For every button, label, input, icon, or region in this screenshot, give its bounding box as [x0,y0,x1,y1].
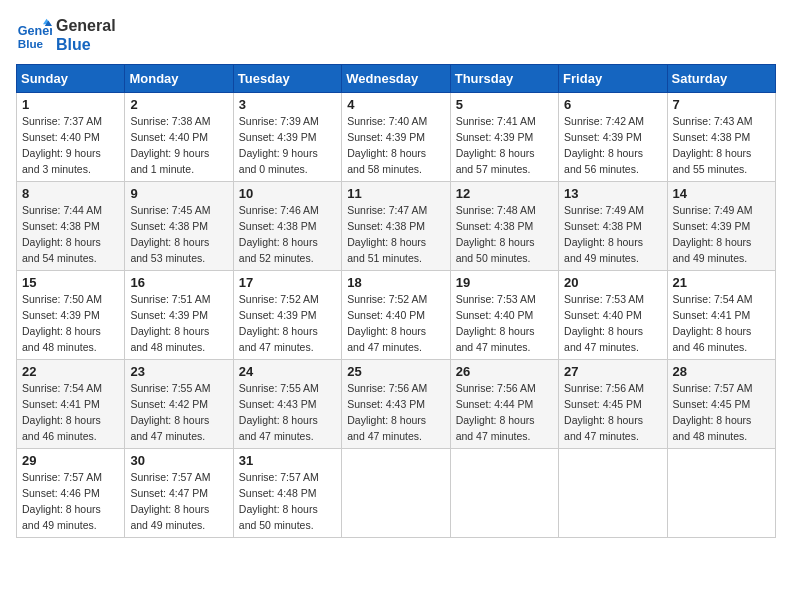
day-info: Sunrise: 7:57 AMSunset: 4:45 PMDaylight:… [673,382,753,441]
day-info: Sunrise: 7:53 AMSunset: 4:40 PMDaylight:… [456,293,536,352]
calendar-cell: 21 Sunrise: 7:54 AMSunset: 4:41 PMDaylig… [667,271,775,360]
calendar-cell: 14 Sunrise: 7:49 AMSunset: 4:39 PMDaylig… [667,182,775,271]
calendar-cell: 24 Sunrise: 7:55 AMSunset: 4:43 PMDaylig… [233,360,341,449]
day-number: 26 [456,364,553,379]
day-info: Sunrise: 7:49 AMSunset: 4:39 PMDaylight:… [673,204,753,263]
day-info: Sunrise: 7:54 AMSunset: 4:41 PMDaylight:… [673,293,753,352]
day-number: 27 [564,364,661,379]
day-info: Sunrise: 7:55 AMSunset: 4:43 PMDaylight:… [239,382,319,441]
calendar-cell: 3 Sunrise: 7:39 AMSunset: 4:39 PMDayligh… [233,93,341,182]
day-number: 12 [456,186,553,201]
calendar-cell: 9 Sunrise: 7:45 AMSunset: 4:38 PMDayligh… [125,182,233,271]
day-info: Sunrise: 7:37 AMSunset: 4:40 PMDaylight:… [22,115,102,174]
day-number: 16 [130,275,227,290]
calendar-cell [342,449,450,538]
day-info: Sunrise: 7:57 AMSunset: 4:47 PMDaylight:… [130,471,210,530]
calendar-cell: 2 Sunrise: 7:38 AMSunset: 4:40 PMDayligh… [125,93,233,182]
calendar-cell: 17 Sunrise: 7:52 AMSunset: 4:39 PMDaylig… [233,271,341,360]
calendar-cell: 7 Sunrise: 7:43 AMSunset: 4:38 PMDayligh… [667,93,775,182]
page-header: General Blue General Blue [16,16,776,54]
day-number: 7 [673,97,770,112]
day-number: 10 [239,186,336,201]
logo-general: General [56,16,116,35]
day-info: Sunrise: 7:57 AMSunset: 4:46 PMDaylight:… [22,471,102,530]
logo-blue: Blue [56,35,116,54]
day-info: Sunrise: 7:52 AMSunset: 4:39 PMDaylight:… [239,293,319,352]
weekday-header-monday: Monday [125,65,233,93]
calendar-cell: 22 Sunrise: 7:54 AMSunset: 4:41 PMDaylig… [17,360,125,449]
calendar-cell: 12 Sunrise: 7:48 AMSunset: 4:38 PMDaylig… [450,182,558,271]
day-number: 5 [456,97,553,112]
weekday-header-sunday: Sunday [17,65,125,93]
day-number: 20 [564,275,661,290]
day-number: 1 [22,97,119,112]
day-info: Sunrise: 7:56 AMSunset: 4:44 PMDaylight:… [456,382,536,441]
calendar-cell: 25 Sunrise: 7:56 AMSunset: 4:43 PMDaylig… [342,360,450,449]
calendar-cell: 18 Sunrise: 7:52 AMSunset: 4:40 PMDaylig… [342,271,450,360]
calendar-cell: 19 Sunrise: 7:53 AMSunset: 4:40 PMDaylig… [450,271,558,360]
calendar-cell: 16 Sunrise: 7:51 AMSunset: 4:39 PMDaylig… [125,271,233,360]
day-info: Sunrise: 7:50 AMSunset: 4:39 PMDaylight:… [22,293,102,352]
svg-text:Blue: Blue [18,37,44,50]
day-info: Sunrise: 7:41 AMSunset: 4:39 PMDaylight:… [456,115,536,174]
day-number: 15 [22,275,119,290]
calendar-cell: 27 Sunrise: 7:56 AMSunset: 4:45 PMDaylig… [559,360,667,449]
day-info: Sunrise: 7:57 AMSunset: 4:48 PMDaylight:… [239,471,319,530]
calendar-cell: 30 Sunrise: 7:57 AMSunset: 4:47 PMDaylig… [125,449,233,538]
calendar-cell: 5 Sunrise: 7:41 AMSunset: 4:39 PMDayligh… [450,93,558,182]
day-info: Sunrise: 7:48 AMSunset: 4:38 PMDaylight:… [456,204,536,263]
day-number: 8 [22,186,119,201]
day-number: 31 [239,453,336,468]
logo: General Blue General Blue [16,16,116,54]
day-number: 23 [130,364,227,379]
day-info: Sunrise: 7:55 AMSunset: 4:42 PMDaylight:… [130,382,210,441]
day-number: 13 [564,186,661,201]
day-info: Sunrise: 7:44 AMSunset: 4:38 PMDaylight:… [22,204,102,263]
day-info: Sunrise: 7:56 AMSunset: 4:45 PMDaylight:… [564,382,644,441]
calendar-cell [667,449,775,538]
calendar-cell: 11 Sunrise: 7:47 AMSunset: 4:38 PMDaylig… [342,182,450,271]
day-number: 18 [347,275,444,290]
calendar-cell: 28 Sunrise: 7:57 AMSunset: 4:45 PMDaylig… [667,360,775,449]
day-number: 2 [130,97,227,112]
day-info: Sunrise: 7:56 AMSunset: 4:43 PMDaylight:… [347,382,427,441]
calendar-cell: 23 Sunrise: 7:55 AMSunset: 4:42 PMDaylig… [125,360,233,449]
day-info: Sunrise: 7:40 AMSunset: 4:39 PMDaylight:… [347,115,427,174]
day-info: Sunrise: 7:38 AMSunset: 4:40 PMDaylight:… [130,115,210,174]
calendar-cell: 26 Sunrise: 7:56 AMSunset: 4:44 PMDaylig… [450,360,558,449]
day-info: Sunrise: 7:49 AMSunset: 4:38 PMDaylight:… [564,204,644,263]
calendar-cell: 29 Sunrise: 7:57 AMSunset: 4:46 PMDaylig… [17,449,125,538]
weekday-header-saturday: Saturday [667,65,775,93]
weekday-header-friday: Friday [559,65,667,93]
day-number: 22 [22,364,119,379]
day-info: Sunrise: 7:47 AMSunset: 4:38 PMDaylight:… [347,204,427,263]
calendar-cell: 31 Sunrise: 7:57 AMSunset: 4:48 PMDaylig… [233,449,341,538]
calendar-cell: 20 Sunrise: 7:53 AMSunset: 4:40 PMDaylig… [559,271,667,360]
weekday-header-wednesday: Wednesday [342,65,450,93]
day-info: Sunrise: 7:42 AMSunset: 4:39 PMDaylight:… [564,115,644,174]
day-info: Sunrise: 7:52 AMSunset: 4:40 PMDaylight:… [347,293,427,352]
day-info: Sunrise: 7:51 AMSunset: 4:39 PMDaylight:… [130,293,210,352]
logo-icon: General Blue [16,17,52,53]
calendar-cell: 15 Sunrise: 7:50 AMSunset: 4:39 PMDaylig… [17,271,125,360]
day-number: 28 [673,364,770,379]
day-info: Sunrise: 7:53 AMSunset: 4:40 PMDaylight:… [564,293,644,352]
calendar-table: SundayMondayTuesdayWednesdayThursdayFrid… [16,64,776,538]
calendar-cell: 8 Sunrise: 7:44 AMSunset: 4:38 PMDayligh… [17,182,125,271]
day-number: 29 [22,453,119,468]
calendar-cell: 4 Sunrise: 7:40 AMSunset: 4:39 PMDayligh… [342,93,450,182]
day-number: 30 [130,453,227,468]
day-number: 11 [347,186,444,201]
day-number: 4 [347,97,444,112]
day-info: Sunrise: 7:43 AMSunset: 4:38 PMDaylight:… [673,115,753,174]
calendar-cell: 10 Sunrise: 7:46 AMSunset: 4:38 PMDaylig… [233,182,341,271]
day-number: 14 [673,186,770,201]
day-number: 24 [239,364,336,379]
day-number: 6 [564,97,661,112]
day-number: 19 [456,275,553,290]
day-number: 9 [130,186,227,201]
calendar-cell: 1 Sunrise: 7:37 AMSunset: 4:40 PMDayligh… [17,93,125,182]
day-info: Sunrise: 7:39 AMSunset: 4:39 PMDaylight:… [239,115,319,174]
calendar-cell [559,449,667,538]
day-info: Sunrise: 7:54 AMSunset: 4:41 PMDaylight:… [22,382,102,441]
